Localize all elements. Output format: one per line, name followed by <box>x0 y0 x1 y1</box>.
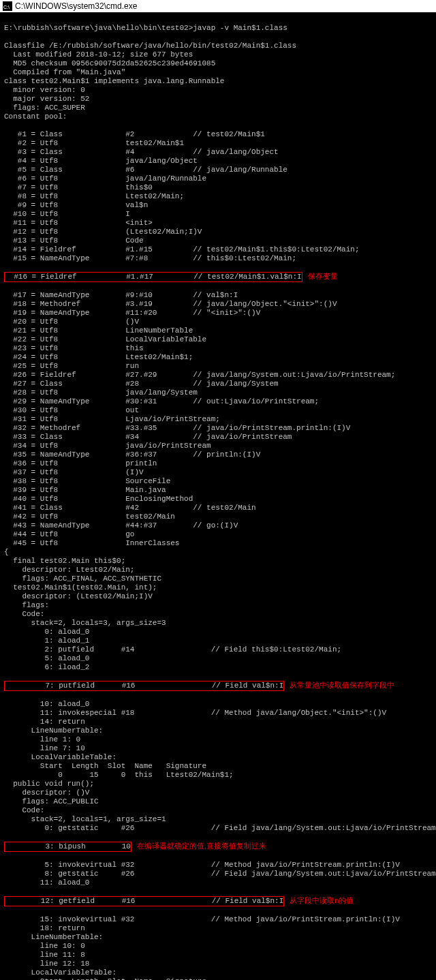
output-line: 6: iload_2 <box>4 663 432 672</box>
output-line: Start Length Slot Name Signature <box>4 977 432 980</box>
output-line: #15 = NameAndType #7:#8 // this$0:Ltest0… <box>4 254 432 263</box>
output-line: LocalVariableTable: <box>4 968 432 977</box>
output-line: MD5 checksum 0956c90075d2da52625c239ed46… <box>4 59 432 68</box>
output-line: #11 = Utf8 <init> <box>4 219 432 228</box>
prompt-line: E:\rubbish\software\java\hello\bin\test0… <box>4 24 432 33</box>
output-line: test02.Main$1(test02.Main, int); <box>4 583 432 592</box>
output-line: #12 = Utf8 (Ltest02/Main;I)V <box>4 228 432 236</box>
output-line: line 7: 10 <box>4 744 432 753</box>
output-line: class test02.Main$1 implements java.lang… <box>4 77 432 86</box>
output-line: 0 15 0 this Ltest02/Main$1; <box>4 771 432 780</box>
output-line: #35 = NameAndType #36:#37 // println:(I)… <box>4 450 432 459</box>
output-line: #37 = Utf8 (I)V <box>4 468 432 477</box>
output-line: #40 = Utf8 EnclosingMethod <box>4 495 432 504</box>
pool-continued: #17 = NameAndType #9:#10 // val$n:I #18 … <box>4 291 432 672</box>
output-line: #5 = Class #6 // java/lang/Runnable <box>4 166 432 174</box>
output-line: #33 = Class #34 // java/io/PrintStream <box>4 433 432 442</box>
output-line: #36 = Utf8 println <box>4 459 432 468</box>
constant-pool: #1 = Class #2 // test02/Main$1 #2 = Utf8… <box>4 130 432 263</box>
output-line: #21 = Utf8 LineNumberTable <box>4 326 432 335</box>
annotation-read-const: 从常量池中读取值保存到字段中 <box>290 681 394 691</box>
output-line: #32 = Methodref #33.#35 // java/io/Print… <box>4 424 432 433</box>
output-line: Compiled from "Main.java" <box>4 68 432 77</box>
pool-entry-16-row: #16 = Fieldref #1.#17 // test02/Main$1.v… <box>4 272 432 282</box>
output-line: 5: invokevirtual #32 // Method java/io/P… <box>4 861 432 870</box>
output-line: #25 = Utf8 run <box>4 362 432 371</box>
output-line: #45 = Utf8 InnerClasses <box>4 539 432 548</box>
output-line: #43 = NameAndType #44:#37 // go:(I)V <box>4 521 432 530</box>
output-line: Start Length Slot Name Signature <box>4 762 432 771</box>
output-line: Code: <box>4 610 432 619</box>
output-line: #17 = NameAndType #9:#10 // val$n:I <box>4 291 432 300</box>
output-line: #13 = Utf8 Code <box>4 236 432 245</box>
output-line: #41 = Class #42 // test02/Main <box>4 504 432 512</box>
output-line: LocalVariableTable: <box>4 753 432 762</box>
output-line: line 1: 0 <box>4 735 432 744</box>
output-line: 10: aload_0 <box>4 700 432 709</box>
output-line: #6 = Utf8 java/lang/Runnable <box>4 174 432 183</box>
output-line: descriptor: Ltest02/Main; <box>4 566 432 575</box>
output-line: #18 = Methodref #3.#19 // java/lang/Obje… <box>4 300 432 309</box>
output-line: #26 = Fieldref #27.#29 // java/lang/Syst… <box>4 371 432 380</box>
output-line: #27 = Class #28 // java/lang/System <box>4 380 432 388</box>
output-line: 18: return <box>4 924 432 933</box>
putfield-7-row: 7: putfield #16 // Field val$n:I从常量池中读取值… <box>4 681 432 691</box>
annotation-save-var: 保存变量 <box>308 272 338 282</box>
output-line: #3 = Class #4 // java/lang/Object <box>4 148 432 157</box>
output-line: 14: return <box>4 718 432 726</box>
output-line: #24 = Utf8 Ltest02/Main$1; <box>4 353 432 362</box>
output-line: 11: aload_0 <box>4 878 432 887</box>
output-line: 1: aload_1 <box>4 637 432 645</box>
cmd-icon <box>3 1 12 11</box>
annotation-compile-const: 在编译器就确定的值,直接将值复制过来 <box>137 842 266 852</box>
output-line: line 10: 0 <box>4 942 432 951</box>
bytecode-block-2: 5: invokevirtual #32 // Method java/io/P… <box>4 861 432 887</box>
output-line: #2 = Utf8 test02/Main$1 <box>4 139 432 148</box>
output-line: { <box>4 548 432 557</box>
output-line: flags: <box>4 601 432 610</box>
output-line: Last modified 2018-10-12; size 677 bytes <box>4 50 432 59</box>
output-line: public void run(); <box>4 780 432 788</box>
output-line: #23 = Utf8 this <box>4 344 432 353</box>
output-line: #14 = Fieldref #1.#15 // test02/Main$1.t… <box>4 245 432 254</box>
output-line: 8: getstatic #26 // Field java/lang/Syst… <box>4 870 432 878</box>
output-line: #8 = Utf8 Ltest02/Main; <box>4 192 432 201</box>
bytecode-bipush-3: 3: bipush 10 <box>4 842 131 852</box>
output-line: #30 = Utf8 out <box>4 406 432 415</box>
output-line: LineNumberTable: <box>4 933 432 942</box>
output-line: #9 = Utf8 val$n <box>4 201 432 210</box>
classfile-header: Classfile /E:/rubbish/software/java/hell… <box>4 42 432 121</box>
output-line: #38 = Utf8 SourceFile <box>4 477 432 486</box>
output-line: flags: ACC_PUBLIC <box>4 797 432 806</box>
output-line: #19 = NameAndType #11:#20 // "<init>":()… <box>4 309 432 318</box>
output-line: #31 = Utf8 Ljava/io/PrintStream; <box>4 415 432 424</box>
terminal-output[interactable]: E:\rubbish\software\java\hello\bin\test0… <box>0 12 436 980</box>
output-line: 11: invokespecial #18 // Method java/lan… <box>4 709 432 718</box>
output-line: #42 = Utf8 test02/Main <box>4 512 432 521</box>
output-line: LineNumberTable: <box>4 726 432 735</box>
output-line: flags: ACC_SUPER <box>4 104 432 112</box>
output-line: #44 = Utf8 go <box>4 530 432 539</box>
bipush-3-row: 3: bipush 10在编译器就确定的值,直接将值复制过来 <box>4 842 432 852</box>
output-line: line 12: 18 <box>4 960 432 968</box>
output-line: #4 = Utf8 java/lang/Object <box>4 157 432 166</box>
output-line: stack=2, locals=3, args_size=3 <box>4 619 432 628</box>
pool-entry-16: #16 = Fieldref #1.#17 // test02/Main$1.v… <box>4 272 302 282</box>
output-line: 0: aload_0 <box>4 628 432 637</box>
output-line: 2: putfield #14 // Field this$0:Ltest02/… <box>4 645 432 654</box>
output-line: 15: invokevirtual #32 // Method java/io/… <box>4 915 432 924</box>
getfield-12-row: 12: getfield #16 // Field val$n:I从字段中读取n… <box>4 896 432 906</box>
output-line: final test02.Main this$0; <box>4 557 432 566</box>
output-line: #29 = NameAndType #30:#31 // out:Ljava/i… <box>4 397 432 406</box>
output-line: #34 = Utf8 java/io/PrintStream <box>4 442 432 450</box>
output-line: #20 = Utf8 ()V <box>4 318 432 326</box>
output-line: line 11: 8 <box>4 951 432 960</box>
bytecode-block-3: 15: invokevirtual #32 // Method java/io/… <box>4 915 432 980</box>
output-line: stack=2, locals=1, args_size=1 <box>4 815 432 824</box>
output-line: #7 = Utf8 this$0 <box>4 183 432 192</box>
output-line: Classfile /E:/rubbish/software/java/hell… <box>4 42 432 50</box>
output-line: minor version: 0 <box>4 86 432 95</box>
output-line: descriptor: ()V <box>4 788 432 797</box>
output-line: 0: getstatic #26 // Field java/lang/Syst… <box>4 824 432 833</box>
window-titlebar: C:\WINDOWS\system32\cmd.exe <box>0 0 436 12</box>
